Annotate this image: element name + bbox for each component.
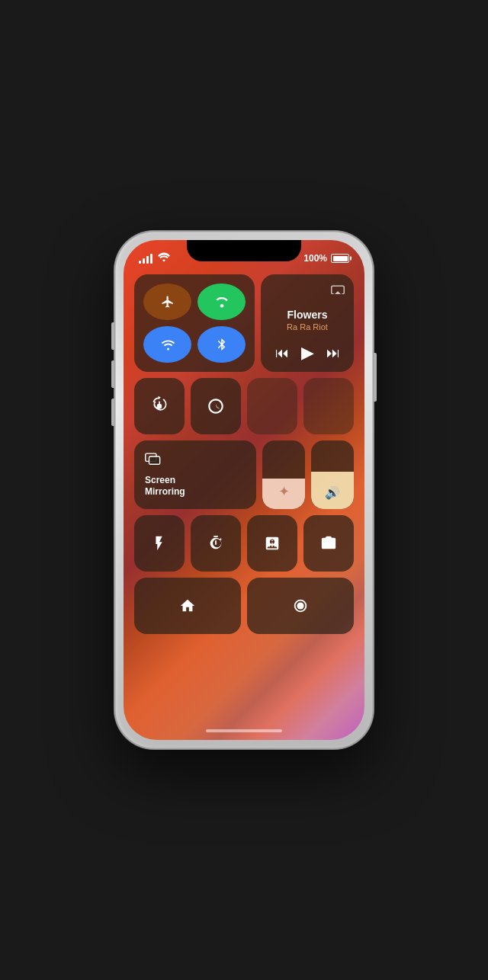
- np-controls: ⏮ ▶ ⏭: [270, 343, 345, 363]
- battery-percent: 100%: [303, 253, 327, 264]
- battery-icon: [331, 254, 349, 263]
- screen-mirroring-icon: [145, 453, 162, 470]
- row-screen-mirror-sliders: Screen Mirroring ✦ 🔊: [134, 440, 354, 509]
- home-kit-button[interactable]: [134, 578, 241, 634]
- row-quick-buttons: [134, 378, 354, 434]
- svg-rect-13: [274, 546, 276, 547]
- calculator-button[interactable]: [247, 515, 297, 572]
- svg-point-0: [220, 304, 223, 308]
- timer-button[interactable]: [191, 515, 241, 572]
- svg-rect-10: [274, 543, 276, 544]
- row-connectivity-nowplaying: Flowers Ra Ra Riot ⏮ ▶ ⏭: [134, 274, 354, 372]
- previous-track-button[interactable]: ⏮: [275, 345, 289, 361]
- phone-frame: 100%: [114, 231, 374, 749]
- control-center: Flowers Ra Ra Riot ⏮ ▶ ⏭: [134, 274, 354, 634]
- svg-rect-8: [268, 543, 270, 544]
- row-utilities: [134, 515, 354, 572]
- placeholder-btn-3[interactable]: [247, 378, 297, 434]
- svg-rect-11: [268, 546, 270, 547]
- do-not-disturb-button[interactable]: [191, 378, 241, 434]
- screen-mirroring-label: Screen Mirroring: [145, 475, 185, 497]
- phone-screen: 100%: [124, 240, 364, 740]
- connectivity-block[interactable]: [134, 274, 255, 372]
- airplane-mode-button[interactable]: [143, 283, 191, 320]
- svg-rect-6: [271, 540, 273, 541]
- volume-icon: 🔊: [325, 485, 340, 500]
- brightness-slider[interactable]: ✦: [262, 440, 305, 509]
- svg-rect-9: [271, 543, 273, 544]
- np-info: Flowers Ra Ra Riot: [270, 309, 345, 331]
- bluetooth-button[interactable]: [197, 326, 246, 363]
- signal-bars-icon: [139, 253, 152, 264]
- svg-rect-7: [274, 540, 276, 541]
- now-playing-block[interactable]: Flowers Ra Ra Riot ⏮ ▶ ⏭: [261, 274, 354, 372]
- screen-mirroring-button[interactable]: Screen Mirroring: [134, 440, 256, 509]
- wifi-status-icon: [158, 252, 170, 264]
- notch: [187, 240, 301, 261]
- row-home-record: [134, 578, 354, 634]
- svg-point-1: [167, 348, 169, 351]
- np-header: [270, 283, 345, 296]
- next-track-button[interactable]: ⏭: [326, 345, 340, 361]
- svg-rect-5: [268, 540, 270, 541]
- np-song-title: Flowers: [270, 309, 345, 321]
- airplay-icon[interactable]: [331, 283, 345, 296]
- svg-rect-4: [149, 456, 160, 464]
- screen-record-button[interactable]: [247, 578, 354, 634]
- home-bar[interactable]: [206, 729, 282, 732]
- placeholder-btn-4[interactable]: [303, 378, 354, 434]
- cellular-button[interactable]: [197, 283, 246, 320]
- sliders-column: ✦ 🔊: [262, 440, 354, 509]
- status-right: 100%: [303, 253, 349, 264]
- flashlight-button[interactable]: [134, 515, 185, 572]
- wifi-button[interactable]: [143, 326, 191, 363]
- camera-button[interactable]: [303, 515, 354, 572]
- status-left: [139, 252, 170, 264]
- svg-point-15: [297, 602, 303, 609]
- volume-slider[interactable]: 🔊: [311, 440, 354, 509]
- play-pause-button[interactable]: ▶: [301, 343, 314, 363]
- brightness-icon: ✦: [278, 483, 290, 500]
- np-artist-name: Ra Ra Riot: [270, 322, 345, 331]
- svg-rect-12: [271, 546, 273, 547]
- rotation-lock-button[interactable]: [134, 378, 185, 434]
